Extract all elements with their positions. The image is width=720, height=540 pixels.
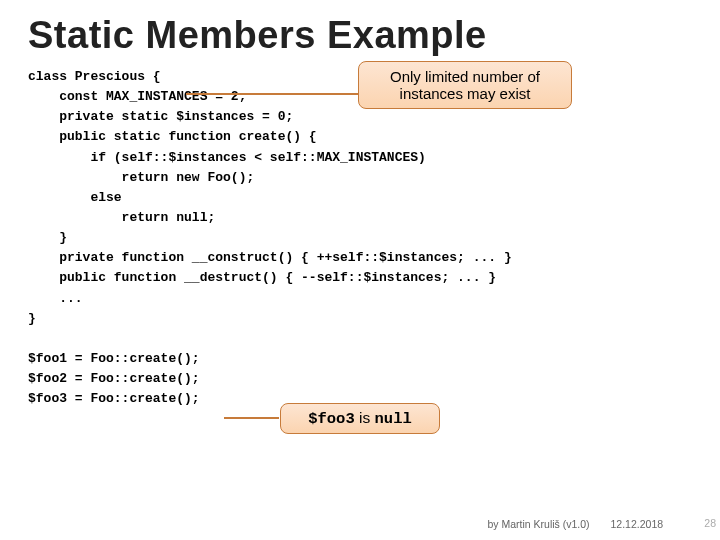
footer-author: by Martin Kruliš (v1.0) [487, 518, 589, 530]
callout-instances-limit: Only limited number of instances may exi… [358, 61, 572, 109]
code-line: ... [28, 291, 83, 306]
callout-connector-1 [186, 93, 358, 95]
page-number: 28 [698, 517, 716, 529]
callout-mid: is [355, 409, 375, 426]
code-line: $foo2 = Foo::create(); [28, 371, 200, 386]
footer-date: 12.12.2018 [611, 518, 664, 530]
code-block: class Prescious { const MAX_INSTANCES = … [28, 67, 692, 409]
code-line: } [28, 311, 36, 326]
code-line: public function __destruct() { --self::$… [28, 270, 496, 285]
page-title: Static Members Example [28, 14, 720, 57]
callout-foo3-null: $foo3 is null [280, 403, 440, 434]
code-line: private static $instances = 0; [28, 109, 293, 124]
code-line: else [28, 190, 122, 205]
code-line: return new Foo(); [28, 170, 254, 185]
code-line: if (self::$instances < self::MAX_INSTANC… [28, 150, 426, 165]
callout-val: null [375, 410, 412, 428]
code-line: $foo1 = Foo::create(); [28, 351, 200, 366]
slide-body: Only limited number of instances may exi… [28, 67, 692, 409]
code-line: const MAX_INSTANCES = 2; [28, 89, 246, 104]
callout-line: Only limited number of [373, 68, 557, 85]
callout-var: $foo3 [308, 410, 355, 428]
callout-line: instances may exist [373, 85, 557, 102]
code-line: class Prescious { [28, 69, 161, 84]
callout-connector-2 [224, 417, 279, 419]
code-line: return null; [28, 210, 215, 225]
code-line: } [28, 230, 67, 245]
code-line: $foo3 = Foo::create(); [28, 391, 200, 406]
code-line: public static function create() { [28, 129, 317, 144]
code-line: private function __construct() { ++self:… [28, 250, 512, 265]
